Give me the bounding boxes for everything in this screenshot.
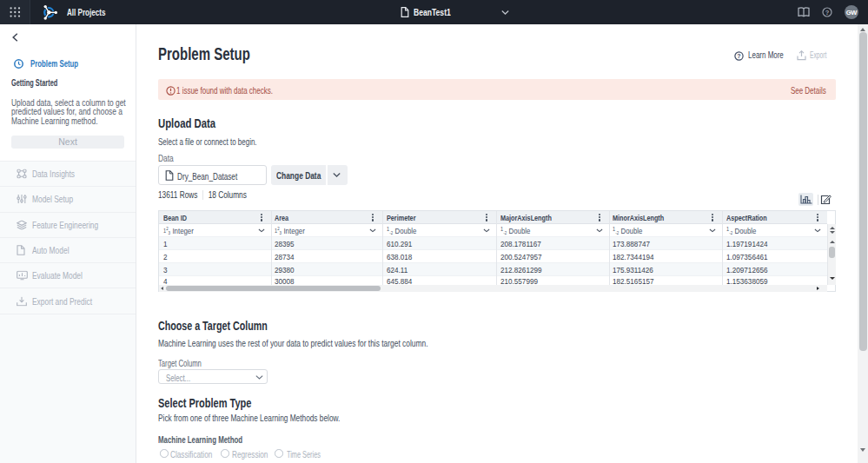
svg-text:?: ? bbox=[737, 53, 740, 59]
svg-text:?: ? bbox=[825, 9, 830, 17]
